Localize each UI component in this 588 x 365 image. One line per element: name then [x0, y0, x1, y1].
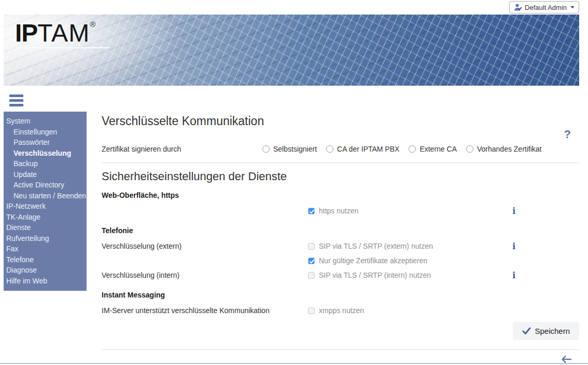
check-icon: [522, 327, 531, 335]
save-button[interactable]: Speichern: [513, 322, 579, 340]
sidebar-item-hilfe-im-web[interactable]: Hilfe im Web: [4, 276, 87, 287]
divider: [102, 349, 579, 350]
user-menu-button[interactable]: Default Admin: [509, 1, 579, 13]
info-icon[interactable]: i: [512, 241, 515, 251]
checkbox-option[interactable]: SIP via TLS / SRTP (extern) nutzen: [308, 242, 512, 250]
radio-option-label: Externe CA: [419, 145, 457, 153]
layout: SystemEinstellungenPasswörterVerschlüsse…: [0, 112, 588, 364]
info-icon[interactable]: i: [512, 206, 515, 216]
sidebar-nav: SystemEinstellungenPasswörterVerschlüsse…: [4, 112, 87, 291]
section-title: Sicherheitseinstellungen der Dienste: [102, 170, 579, 183]
radio-option[interactable]: Vorhandes Zertifikat: [466, 145, 542, 153]
info-cell: i: [512, 270, 579, 280]
radio-option[interactable]: CA der IPTAM PBX: [326, 145, 399, 153]
radio-icon[interactable]: [326, 145, 333, 153]
info-icon[interactable]: i: [512, 270, 515, 280]
user-check-icon: [514, 3, 522, 11]
certificate-options: Selbstsigniert CA der IPTAM PBX Externe …: [262, 145, 542, 153]
sidebar-item-neu-starten-beenden[interactable]: Neu starten / Beenden: [4, 191, 87, 201]
checkbox-label: xmpps nutzen: [319, 306, 364, 315]
menu-row: [0, 86, 588, 112]
setting-row: IM-Server unterstützt verschlüsselte Kom…: [102, 303, 579, 318]
save-row: Speichern: [102, 322, 579, 340]
sidebar-item-backup[interactable]: Backup: [4, 158, 87, 169]
setting-row: Verschlüsselung (intern) SIP via TLS / S…: [102, 268, 579, 282]
caret-down-icon: [570, 6, 575, 8]
sidebar-item-diagnose[interactable]: Diagnose: [4, 265, 87, 276]
sidebar-item-system[interactable]: System: [4, 116, 87, 127]
setting-row: https nutzen i: [102, 204, 579, 218]
radio-option-label: CA der IPTAM PBX: [337, 145, 399, 153]
sidebar-item-ip-netzwerk[interactable]: IP-Netzwerk: [4, 201, 87, 212]
info-cell: i: [512, 241, 579, 251]
logo-underline: [17, 47, 110, 48]
radio-option-label: Vorhandes Zertifikat: [477, 145, 542, 153]
user-menu-label: Default Admin: [525, 4, 567, 11]
checkbox-icon[interactable]: [308, 272, 315, 279]
setting-label: Verschlüsselung (extern): [102, 242, 308, 250]
checkbox-label: Nur gültige Zertifikate akzeptieren: [319, 256, 427, 265]
page-title: Verschlüsselte Kommunikation: [102, 112, 579, 128]
divider: [102, 163, 579, 163]
checkbox-icon[interactable]: [308, 258, 315, 264]
setting-label: IM-Server unterstützt verschlüsselte Kom…: [102, 306, 308, 315]
settings-group-header: Telefonie: [102, 225, 579, 236]
bottom-border: [0, 363, 588, 364]
topbar: Default Admin: [0, 0, 588, 15]
radio-option-label: Selbstsigniert: [273, 145, 317, 153]
setting-label: Verschlüsselung (intern): [102, 271, 308, 279]
radio-option[interactable]: Externe CA: [409, 145, 457, 153]
checkbox-option[interactable]: https nutzen: [308, 207, 512, 215]
help-icon[interactable]: ?: [564, 129, 571, 140]
settings-list: Web-Oberfläche, https https nutzen i Tel…: [102, 190, 579, 318]
radio-icon[interactable]: [409, 145, 416, 153]
radio-icon[interactable]: [466, 145, 473, 153]
setting-row: Verschlüsselung (extern) SIP via TLS / S…: [102, 239, 579, 253]
sidebar-item-fax[interactable]: Fax: [4, 244, 87, 254]
checkbox-label: SIP via TLS / SRTP (extern) nutzen: [319, 242, 433, 250]
sidebar-item-telefone[interactable]: Telefone: [4, 254, 87, 265]
checkbox-label: SIP via TLS / SRTP (intern) nutzen: [319, 271, 431, 279]
checkbox-icon[interactable]: [308, 243, 315, 250]
radio-option[interactable]: Selbstsigniert: [262, 145, 317, 153]
sidebar-item-tk-anlage[interactable]: TK-Anlage: [4, 212, 87, 223]
sidebar-item-update[interactable]: Update: [4, 169, 87, 180]
settings-group-header: Web-Oberfläche, https: [102, 190, 579, 200]
certificate-sign-label: Zertifikat signieren durch: [102, 145, 262, 153]
iptam-logo: IPTAM®: [4, 15, 579, 48]
header-banner: IPTAM®: [4, 15, 579, 86]
radio-icon[interactable]: [262, 145, 270, 153]
checkbox-option[interactable]: SIP via TLS / SRTP (intern) nutzen: [308, 271, 512, 279]
checkbox-icon[interactable]: [308, 307, 315, 314]
certificate-sign-row: Zertifikat signieren durch Selbstsignier…: [102, 145, 579, 153]
hamburger-icon[interactable]: [9, 94, 23, 106]
setting-row: Nur gültige Zertifikate akzeptieren: [102, 253, 579, 268]
sidebar-item-passwörter[interactable]: Passwörter: [4, 137, 87, 148]
checkbox-label: https nutzen: [319, 207, 358, 215]
logo-text: IPTAM®: [15, 20, 579, 46]
registered-mark: ®: [90, 20, 95, 29]
main-content: Verschlüsselte Kommunikation ? Zertifika…: [102, 112, 579, 364]
checkbox-option[interactable]: Nur gültige Zertifikate akzeptieren: [308, 256, 512, 265]
sidebar-item-dienste[interactable]: Dienste: [4, 222, 87, 233]
info-cell: i: [512, 206, 579, 216]
save-button-label: Speichern: [535, 327, 570, 335]
settings-group-header: Instant Messaging: [102, 290, 579, 300]
sidebar-item-rufverteilung[interactable]: Rufverteilung: [4, 233, 87, 244]
sidebar-item-active-directory[interactable]: Active Directory: [4, 180, 87, 191]
sidebar-item-verschlüsselung[interactable]: Verschlüsselung: [4, 148, 87, 159]
checkbox-icon[interactable]: [308, 208, 315, 214]
checkbox-option[interactable]: xmpps nutzen: [308, 306, 512, 315]
sidebar-item-einstellungen[interactable]: Einstellungen: [4, 127, 87, 138]
